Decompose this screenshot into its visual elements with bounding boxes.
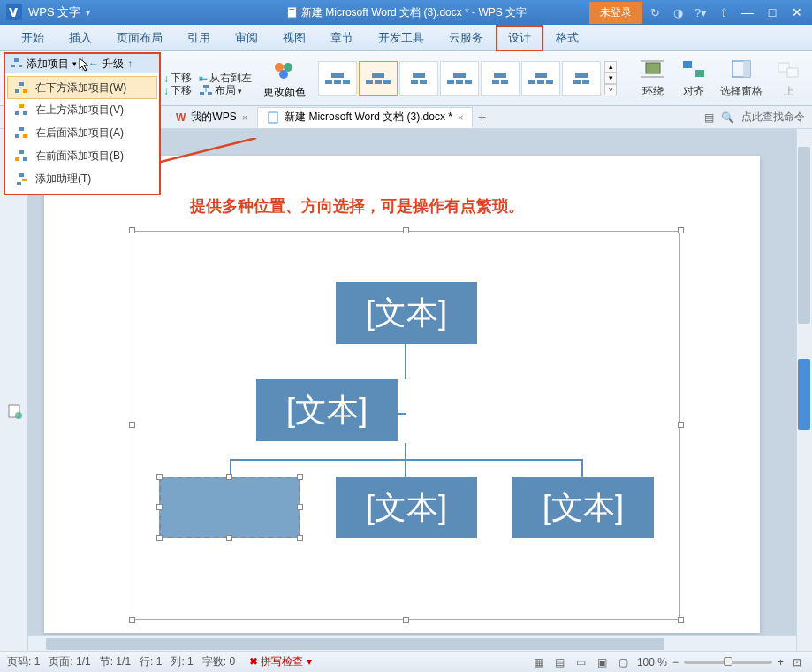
search-icon[interactable]: 🔍: [721, 111, 734, 124]
tab-design[interactable]: 设计: [496, 25, 543, 51]
add-tab-button[interactable]: +: [473, 110, 490, 126]
tab-review[interactable]: 审阅: [223, 25, 270, 51]
node-handle[interactable]: [297, 535, 303, 541]
zoom-level[interactable]: 100 %: [637, 656, 667, 668]
gallery-item-7[interactable]: [562, 61, 601, 96]
tab-insert[interactable]: 插入: [57, 25, 104, 51]
dd-add-above[interactable]: 在上方添加项目(V): [5, 98, 159, 121]
tab-format[interactable]: 格式: [543, 25, 591, 51]
resize-handle[interactable]: [678, 617, 684, 623]
help-icon[interactable]: ?▾: [690, 2, 711, 23]
gallery-item-5[interactable]: [481, 61, 520, 96]
tab-start[interactable]: 开始: [9, 25, 57, 51]
page-icon[interactable]: [6, 403, 22, 419]
close-button[interactable]: ✕: [785, 2, 808, 23]
add-after-icon: [14, 126, 28, 140]
resize-handle[interactable]: [129, 617, 135, 623]
align-button[interactable]: 对齐: [679, 57, 708, 99]
gallery-item-1[interactable]: [318, 61, 357, 96]
wrap-button[interactable]: 环绕: [639, 57, 667, 99]
close-tab-icon[interactable]: ×: [242, 112, 247, 123]
doc-tab-current[interactable]: 新建 Microsoft Word 文档 (3).docx * ×: [257, 107, 473, 128]
node-handle[interactable]: [156, 535, 163, 541]
view-read-icon[interactable]: ▣: [595, 654, 611, 670]
layout-gallery: ▴▾▿: [318, 61, 617, 96]
tab-section[interactable]: 章节: [318, 25, 366, 51]
more-button[interactable]: 上: [775, 57, 803, 99]
dd-add-before[interactable]: 在前面添加项目(B): [5, 144, 159, 167]
smartart-node-assistant[interactable]: [文本]: [256, 379, 398, 441]
view-outline-icon[interactable]: ▤: [552, 654, 568, 670]
gallery-item-4[interactable]: [440, 61, 479, 96]
sb-line[interactable]: 行: 1: [140, 654, 162, 669]
change-color-button[interactable]: 更改颜色: [263, 85, 306, 100]
node-handle[interactable]: [297, 474, 303, 480]
resize-handle[interactable]: [678, 227, 684, 233]
smartart-node-root[interactable]: [文本]: [336, 282, 477, 344]
dd-add-assistant[interactable]: 添加助理(T): [5, 167, 159, 190]
svg-rect-6: [208, 92, 212, 95]
sync-icon[interactable]: ↻: [644, 2, 665, 23]
node-handle[interactable]: [226, 535, 232, 541]
gallery-item-3[interactable]: [399, 61, 438, 96]
tab-view[interactable]: 视图: [270, 25, 318, 51]
minimize-button[interactable]: —: [736, 2, 759, 23]
sb-page[interactable]: 页面: 1/1: [49, 654, 90, 669]
tab-page-layout[interactable]: 页面布局: [104, 25, 175, 51]
tab-list-icon[interactable]: ▤: [704, 111, 714, 124]
view-web-icon[interactable]: ▭: [573, 654, 589, 670]
share-icon[interactable]: ⇧: [713, 2, 734, 23]
tab-reference[interactable]: 引用: [175, 25, 223, 51]
zoom-thumb[interactable]: [724, 657, 732, 666]
search-command-input[interactable]: 点此查找命令: [741, 110, 805, 125]
doc-tab-mywps[interactable]: W 我的WPS ×: [166, 107, 257, 128]
view-full-icon[interactable]: ▢: [616, 654, 632, 670]
scroll-thumb-h[interactable]: [46, 638, 664, 650]
node-handle[interactable]: [226, 474, 232, 480]
view-print-icon[interactable]: ▦: [531, 654, 547, 670]
qat-dropdown-icon[interactable]: ▾: [86, 8, 90, 18]
maximize-button[interactable]: □: [761, 2, 784, 23]
tab-dev-tools[interactable]: 开发工具: [366, 25, 436, 51]
add-item-header-button[interactable]: 添加项目 ▾: [11, 57, 77, 72]
resize-handle[interactable]: [403, 617, 409, 623]
resize-handle[interactable]: [403, 227, 409, 233]
vertical-scrollbar[interactable]: [796, 129, 812, 651]
zoom-in-button[interactable]: +: [778, 656, 784, 668]
zoom-slider[interactable]: [684, 661, 772, 664]
fit-icon[interactable]: ⊡: [789, 654, 805, 670]
smartart-node-child-1[interactable]: [159, 477, 300, 538]
sb-page-code[interactable]: 页码: 1: [7, 654, 40, 669]
skin-icon[interactable]: ◑: [667, 2, 688, 23]
move-down2-button[interactable]: ↓下移: [163, 83, 192, 98]
layout-button[interactable]: 布局▾: [199, 83, 242, 98]
gallery-nav[interactable]: ▴▾▿: [604, 61, 617, 96]
smartart-container[interactable]: [文本] [文本] [文本] [文本]: [133, 231, 680, 620]
selection-pane-button[interactable]: 选择窗格: [720, 57, 763, 99]
gallery-item-6[interactable]: [521, 61, 560, 96]
resize-handle[interactable]: [129, 422, 135, 428]
sb-spell[interactable]: ✖ 拼写检查 ▾: [249, 654, 312, 669]
dd-add-below[interactable]: 在下方添加项目(W): [7, 76, 157, 99]
node-handle[interactable]: [297, 504, 303, 510]
zoom-out-button[interactable]: −: [672, 656, 679, 668]
close-tab-icon[interactable]: ×: [458, 112, 463, 123]
resize-handle[interactable]: [678, 422, 684, 428]
gallery-item-2[interactable]: [359, 61, 398, 96]
promote-header-button[interactable]: ← 升级 ↑: [88, 57, 133, 72]
smartart-node-child-3[interactable]: [文本]: [512, 477, 654, 538]
tab-cloud[interactable]: 云服务: [436, 25, 496, 51]
sb-chars[interactable]: 字数: 0: [202, 654, 235, 669]
dd-add-after[interactable]: 在后面添加项目(A): [5, 121, 159, 144]
node-handle[interactable]: [156, 474, 163, 480]
horizontal-scrollbar[interactable]: [28, 635, 796, 651]
node-handle[interactable]: [156, 504, 163, 510]
scroll-thumb[interactable]: [798, 147, 810, 324]
sb-col[interactable]: 列: 1: [171, 654, 193, 669]
sb-section[interactable]: 节: 1/1: [100, 654, 131, 669]
login-button[interactable]: 未登录: [589, 2, 642, 24]
resize-handle[interactable]: [129, 227, 135, 233]
annotation-text: 提供多种位置、方向选择，可是操作有点繁琐。: [190, 195, 524, 217]
scroll-thumb-active[interactable]: [798, 359, 810, 430]
smartart-node-child-2[interactable]: [文本]: [336, 477, 477, 538]
